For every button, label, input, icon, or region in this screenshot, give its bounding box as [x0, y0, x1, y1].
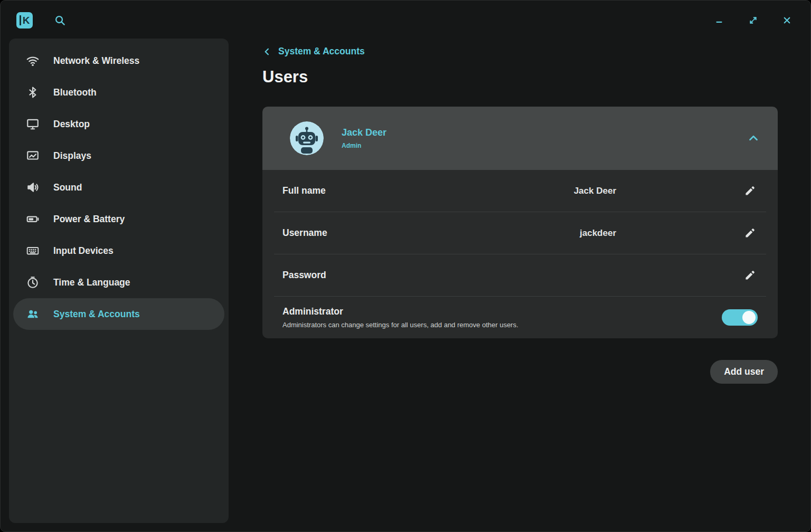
pencil-icon — [744, 185, 756, 197]
keyboard-icon — [26, 244, 40, 258]
breadcrumb-label: System & Accounts — [278, 46, 365, 57]
sidebar-item-displays[interactable]: Displays — [13, 140, 224, 172]
pencil-icon — [744, 227, 756, 239]
administrator-row: Administrator Administrators can change … — [262, 297, 778, 338]
add-user-button[interactable]: Add user — [710, 360, 778, 384]
main-content: System & Accounts Users — [262, 46, 778, 384]
titlebar: K — [1, 1, 810, 40]
breadcrumb-back[interactable]: System & Accounts — [262, 46, 365, 57]
sidebar: Network & Wireless Bluetooth Desktop — [9, 39, 229, 523]
sidebar-item-time-language[interactable]: Time & Language — [13, 267, 224, 298]
users-icon — [26, 307, 40, 321]
user-card-header[interactable]: Jack Deer Admin — [262, 107, 778, 170]
username-label: Username — [282, 227, 327, 239]
app-logo-icon[interactable]: K — [16, 12, 33, 28]
full-name-value: Jack Deer — [574, 186, 616, 196]
sidebar-item-power-battery[interactable]: Power & Battery — [13, 203, 224, 235]
sidebar-item-label: System & Accounts — [53, 309, 140, 320]
edit-full-name-button[interactable] — [742, 183, 758, 199]
settings-window: K — [0, 0, 811, 532]
sidebar-item-label: Power & Battery — [53, 214, 125, 225]
speaker-icon — [26, 180, 40, 194]
displays-icon — [26, 149, 40, 163]
administrator-toggle[interactable] — [722, 309, 758, 326]
sidebar-item-label: Time & Language — [53, 277, 130, 288]
sidebar-item-input-devices[interactable]: Input Devices — [13, 235, 224, 267]
full-name-row: Full name Jack Deer — [262, 170, 778, 212]
search-icon — [54, 14, 66, 26]
administrator-label: Administrator — [282, 306, 518, 317]
wifi-icon — [26, 54, 40, 68]
toggle-knob — [742, 311, 756, 324]
sidebar-item-system-accounts[interactable]: System & Accounts — [13, 298, 224, 330]
administrator-text: Administrator Administrators can change … — [282, 306, 518, 329]
chevron-left-icon — [262, 47, 272, 56]
administrator-description: Administrators can change settings for a… — [282, 321, 518, 329]
page-title: Users — [262, 68, 778, 87]
close-icon — [782, 15, 792, 25]
chevron-up-icon[interactable] — [747, 132, 760, 145]
sidebar-item-label: Sound — [53, 182, 82, 193]
password-label: Password — [282, 270, 326, 281]
sidebar-item-network-wireless[interactable]: Network & Wireless — [13, 45, 224, 77]
password-row: Password — [262, 254, 778, 296]
app-logo-glyph: K — [20, 15, 30, 25]
sidebar-item-sound[interactable]: Sound — [13, 172, 224, 203]
user-card: Jack Deer Admin Full name Jack Deer — [262, 107, 778, 338]
username-value: jackdeer — [580, 228, 616, 239]
user-name: Jack Deer — [342, 127, 386, 138]
maximize-button[interactable] — [745, 12, 761, 28]
edit-username-button[interactable] — [742, 225, 758, 241]
sidebar-item-desktop[interactable]: Desktop — [13, 108, 224, 140]
edit-password-button[interactable] — [742, 268, 758, 283]
clock-icon — [26, 276, 40, 289]
user-identity: Jack Deer Admin — [342, 127, 386, 149]
minimize-icon — [714, 15, 724, 25]
close-button[interactable] — [779, 12, 795, 28]
bluetooth-icon — [26, 86, 40, 99]
full-name-label: Full name — [282, 185, 326, 196]
sidebar-item-label: Desktop — [53, 119, 90, 130]
maximize-icon — [748, 15, 758, 25]
user-card-body: Full name Jack Deer Username jackdeer — [262, 170, 778, 338]
minimize-button[interactable] — [711, 12, 727, 28]
pencil-icon — [744, 270, 756, 281]
sidebar-item-bluetooth[interactable]: Bluetooth — [13, 77, 224, 108]
battery-icon — [26, 212, 40, 226]
username-row: Username jackdeer — [262, 212, 778, 254]
search-button[interactable] — [52, 12, 68, 28]
sidebar-item-label: Network & Wireless — [53, 55, 139, 66]
sidebar-item-label: Input Devices — [53, 245, 114, 256]
avatar — [290, 121, 324, 155]
sidebar-item-label: Displays — [53, 150, 91, 162]
window-controls — [711, 12, 795, 28]
user-role-badge: Admin — [342, 142, 386, 149]
monitor-icon — [26, 117, 40, 131]
sidebar-item-label: Bluetooth — [53, 87, 97, 98]
